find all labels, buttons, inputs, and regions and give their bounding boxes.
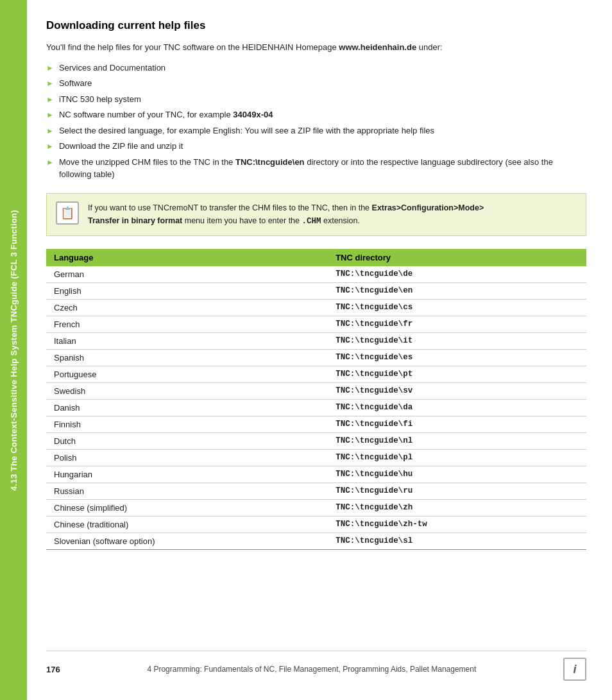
intro-text-before: You'll find the help files for your TNC …: [46, 42, 339, 52]
table-row: FrenchTNC:\tncguide\fr: [46, 316, 586, 332]
cell-language: Finnish: [46, 416, 328, 432]
bullet-list: ► Services and Documentation ► Software …: [46, 62, 586, 184]
cell-directory: TNC:\tncguide\ru: [328, 482, 586, 499]
cell-directory: TNC:\tncguide\es: [328, 349, 586, 366]
cell-directory: TNC:\tncguide\zh: [328, 499, 586, 516]
cell-language: Czech: [46, 299, 328, 316]
note-icon: 📋: [56, 201, 79, 225]
cell-language: French: [46, 316, 328, 332]
language-table: Language TNC directory GermanTNC:\tncgui…: [46, 249, 586, 550]
table-row: SpanishTNC:\tncguide\es: [46, 349, 586, 366]
list-item: ► Move the unzipped CHM files to the TNC…: [46, 156, 586, 181]
note-box: 📋 If you want to use TNCremoNT to transf…: [46, 193, 586, 236]
table-row: PolishTNC:\tncguide\pl: [46, 449, 586, 466]
footer-info-icon: i: [563, 658, 586, 681]
intro-text-after: under:: [416, 42, 442, 52]
cell-language: Portuguese: [46, 366, 328, 382]
bullet-arrow-icon: ►: [46, 157, 54, 168]
list-item-text: Software: [59, 77, 92, 90]
list-item-text: Services and Documentation: [59, 62, 166, 74]
page-container: 4.13 The Context-Sensitive Help System T…: [0, 0, 612, 700]
list-item-text: iTNC 530 help system: [59, 93, 141, 106]
cell-language: Polish: [46, 449, 328, 466]
footer: 176 4 Programming: Fundamentals of NC, F…: [46, 651, 586, 681]
info-icon-label: i: [573, 663, 576, 676]
list-item: ► Software: [46, 77, 586, 90]
bullet-arrow-icon: ►: [46, 125, 54, 137]
cell-language: Chinese (traditional): [46, 516, 328, 533]
cell-directory: TNC:\tncguide\en: [328, 282, 586, 299]
cell-language: Spanish: [46, 349, 328, 366]
cell-language: Slovenian (software option): [46, 533, 328, 549]
bullet-arrow-icon: ►: [46, 109, 54, 121]
table-row: PortugueseTNC:\tncguide\pt: [46, 366, 586, 382]
list-item-text: NC software number of your TNC, for exam…: [59, 108, 273, 121]
cell-language: Hungarian: [46, 466, 328, 482]
cell-language: Dutch: [46, 432, 328, 449]
cell-directory: TNC:\tncguide\it: [328, 332, 586, 349]
main-content: Downloading current help files You'll fi…: [27, 0, 612, 700]
table-row: HungarianTNC:\tncguide\hu: [46, 466, 586, 482]
bullet-arrow-icon: ►: [46, 62, 54, 74]
cell-directory: TNC:\tncguide\sl: [328, 533, 586, 549]
list-item: ► Services and Documentation: [46, 62, 586, 74]
table-row: Chinese (traditional)TNC:\tncguide\zh-tw: [46, 516, 586, 533]
bullet-arrow-icon: ►: [46, 78, 54, 89]
cell-language: English: [46, 282, 328, 299]
page-title: Downloading current help files: [46, 19, 586, 32]
list-item: ► iTNC 530 help system: [46, 93, 586, 106]
table-row: DanishTNC:\tncguide\da: [46, 399, 586, 416]
list-item: ► Download the ZIP file and unzip it: [46, 140, 586, 153]
cell-language: German: [46, 266, 328, 283]
sidebar: 4.13 The Context-Sensitive Help System T…: [0, 0, 27, 700]
cell-directory: TNC:\tncguide\zh-tw: [328, 516, 586, 533]
table-row: Chinese (simplified)TNC:\tncguide\zh: [46, 499, 586, 516]
cell-language: Italian: [46, 332, 328, 349]
cell-language: Chinese (simplified): [46, 499, 328, 516]
note-text: If you want to use TNCremoNT to transfer…: [88, 201, 484, 228]
table-row: Slovenian (software option)TNC:\tncguide…: [46, 533, 586, 549]
cell-directory: TNC:\tncguide\fr: [328, 316, 586, 332]
table-row: SwedishTNC:\tncguide\sv: [46, 382, 586, 399]
footer-description: 4 Programming: Fundamentals of NC, File …: [60, 665, 563, 674]
cell-directory: TNC:\tncguide\de: [328, 266, 586, 283]
sidebar-label: 4.13 The Context-Sensitive Help System T…: [9, 210, 19, 491]
cell-directory: TNC:\tncguide\pt: [328, 366, 586, 382]
cell-language: Russian: [46, 482, 328, 499]
cell-directory: TNC:\tncguide\nl: [328, 432, 586, 449]
list-item-text: Move the unzipped CHM files to the TNC i…: [59, 156, 586, 181]
bullet-arrow-icon: ►: [46, 94, 54, 105]
table-header-row: Language TNC directory: [46, 249, 586, 266]
table-row: GermanTNC:\tncguide\de: [46, 266, 586, 283]
cell-directory: TNC:\tncguide\sv: [328, 382, 586, 399]
col-directory-header: TNC directory: [328, 249, 586, 266]
cell-directory: TNC:\tncguide\cs: [328, 299, 586, 316]
table-row: ItalianTNC:\tncguide\it: [46, 332, 586, 349]
footer-page-number: 176: [46, 665, 60, 674]
cell-directory: TNC:\tncguide\da: [328, 399, 586, 416]
table-row: FinnishTNC:\tncguide\fi: [46, 416, 586, 432]
table-row: DutchTNC:\tncguide\nl: [46, 432, 586, 449]
table-row: EnglishTNC:\tncguide\en: [46, 282, 586, 299]
cell-language: Danish: [46, 399, 328, 416]
bullet-arrow-icon: ►: [46, 141, 54, 152]
cell-directory: TNC:\tncguide\fi: [328, 416, 586, 432]
intro-paragraph: You'll find the help files for your TNC …: [46, 41, 586, 54]
col-language-header: Language: [46, 249, 328, 266]
cell-language: Swedish: [46, 382, 328, 399]
table-row: CzechTNC:\tncguide\cs: [46, 299, 586, 316]
intro-website: www.heidenhain.de: [339, 42, 416, 52]
cell-directory: TNC:\tncguide\hu: [328, 466, 586, 482]
list-item-text: Download the ZIP file and unzip it: [59, 140, 183, 153]
table-row: RussianTNC:\tncguide\ru: [46, 482, 586, 499]
list-item-text: Select the desired language, for example…: [59, 124, 434, 137]
list-item: ► NC software number of your TNC, for ex…: [46, 108, 586, 121]
list-item: ► Select the desired language, for examp…: [46, 124, 586, 137]
cell-directory: TNC:\tncguide\pl: [328, 449, 586, 466]
